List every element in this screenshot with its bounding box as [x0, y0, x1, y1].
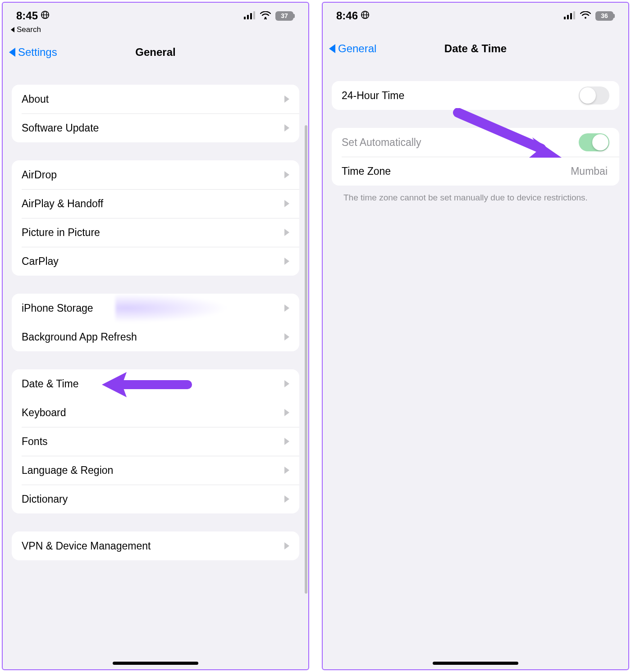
settings-group: 24-Hour Time — [332, 81, 619, 110]
row-software-update[interactable]: Software Update — [12, 114, 299, 142]
battery-icon: 37 — [275, 11, 295, 21]
nav-back-button[interactable]: Settings — [9, 46, 57, 59]
row-keyboard[interactable]: Keyboard — [12, 398, 299, 427]
settings-group: Date & Time Keyboard Fonts Language & Re… — [12, 369, 299, 513]
home-indicator[interactable] — [433, 662, 518, 665]
nav-header: Settings General — [3, 38, 308, 67]
redaction-blur — [115, 294, 228, 322]
nav-back-label: Settings — [18, 46, 57, 59]
cellular-signal-icon — [564, 9, 576, 22]
chevron-back-icon — [9, 48, 15, 57]
settings-group: About Software Update — [12, 85, 299, 142]
nav-header: General Date & Time — [323, 34, 628, 63]
svg-point-15 — [585, 17, 586, 19]
svg-point-7 — [265, 17, 266, 19]
chevron-right-icon — [284, 438, 289, 445]
row-airdrop[interactable]: AirDrop — [12, 160, 299, 189]
toggle-24-hour[interactable] — [579, 86, 609, 104]
chevron-right-icon — [284, 304, 289, 312]
settings-group: VPN & Device Management — [12, 531, 299, 560]
svg-rect-4 — [247, 15, 249, 19]
chevron-right-icon — [284, 95, 289, 103]
globe-icon — [41, 9, 50, 22]
left-screenshot: 8:45 37 Search Settings — [2, 2, 309, 670]
nav-back-button[interactable]: General — [329, 42, 376, 55]
svg-rect-3 — [244, 17, 246, 19]
wifi-icon — [580, 9, 591, 22]
row-language-region[interactable]: Language & Region — [12, 456, 299, 485]
chevron-right-icon — [284, 229, 289, 236]
chevron-right-icon — [284, 380, 289, 387]
scroll-indicator[interactable] — [305, 125, 307, 594]
back-caret-icon — [11, 27, 14, 32]
row-vpn-device-management[interactable]: VPN & Device Management — [12, 531, 299, 560]
row-background-app-refresh[interactable]: Background App Refresh — [12, 322, 299, 351]
home-indicator[interactable] — [113, 662, 198, 665]
row-carplay[interactable]: CarPlay — [12, 247, 299, 276]
row-about[interactable]: About — [12, 85, 299, 114]
chevron-right-icon — [284, 542, 289, 549]
chevron-right-icon — [284, 333, 289, 341]
svg-rect-11 — [564, 17, 566, 19]
wifi-icon — [260, 9, 271, 22]
row-set-automatically: Set Automatically — [332, 128, 619, 157]
row-picture-in-picture[interactable]: Picture in Picture — [12, 218, 299, 247]
row-time-zone[interactable]: Time Zone Mumbai — [332, 157, 619, 186]
status-bar: 8:46 36 — [323, 3, 628, 25]
svg-rect-12 — [567, 15, 569, 19]
svg-rect-13 — [570, 13, 572, 19]
status-time: 8:45 — [16, 9, 38, 22]
row-airplay-handoff[interactable]: AirPlay & Handoff — [12, 189, 299, 218]
chevron-right-icon — [284, 467, 289, 474]
status-time: 8:46 — [336, 9, 358, 22]
time-zone-value: Mumbai — [571, 165, 608, 177]
battery-icon: 36 — [595, 11, 615, 21]
chevron-right-icon — [284, 495, 289, 503]
row-dictionary[interactable]: Dictionary — [12, 485, 299, 513]
chevron-right-icon — [284, 200, 289, 207]
chevron-right-icon — [284, 409, 289, 416]
toggle-set-automatically[interactable] — [579, 133, 609, 151]
settings-content: About Software Update AirDrop AirPlay & … — [3, 67, 308, 669]
globe-icon — [361, 9, 370, 22]
row-24-hour-time[interactable]: 24-Hour Time — [332, 81, 619, 110]
svg-rect-6 — [253, 11, 255, 19]
settings-group: Set Automatically Time Zone Mumbai — [332, 128, 619, 186]
chevron-back-icon — [329, 44, 335, 53]
nav-back-label: General — [338, 42, 376, 55]
date-time-content: 24-Hour Time Set Automatically Time Zone… — [323, 63, 628, 669]
settings-group: iPhone Storage Background App Refresh — [12, 294, 299, 351]
settings-group: AirDrop AirPlay & Handoff Picture in Pic… — [12, 160, 299, 276]
chevron-right-icon — [284, 258, 289, 265]
footer-note: The time zone cannot be set manually due… — [332, 186, 619, 204]
svg-rect-14 — [573, 11, 575, 19]
status-bar: 8:45 37 — [3, 3, 308, 25]
row-fonts[interactable]: Fonts — [12, 427, 299, 456]
chevron-right-icon — [284, 171, 289, 178]
cellular-signal-icon — [244, 9, 256, 22]
breadcrumb-back[interactable]: Search — [3, 25, 308, 38]
svg-rect-5 — [250, 13, 252, 19]
right-screenshot: 8:46 36 General Date & Time — [322, 2, 629, 670]
row-date-time[interactable]: Date & Time — [12, 369, 299, 398]
chevron-right-icon — [284, 124, 289, 132]
breadcrumb-label: Search — [17, 25, 41, 34]
